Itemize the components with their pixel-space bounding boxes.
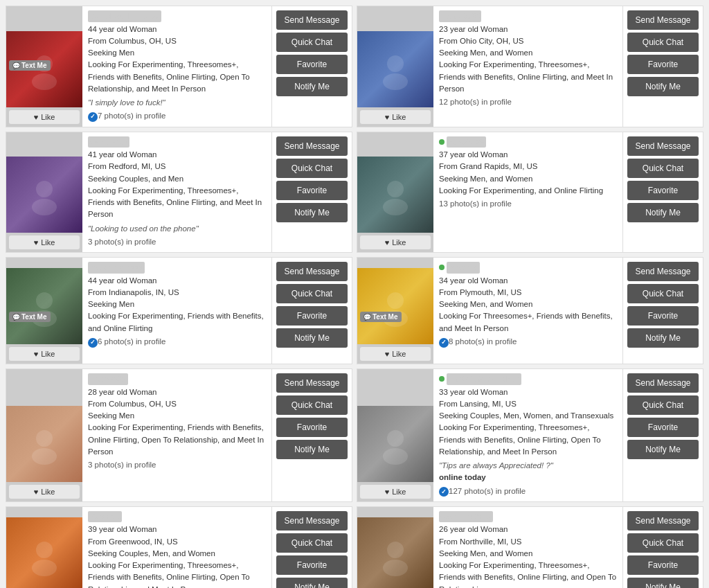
photo-image-4[interactable] (357, 157, 433, 233)
quick-chat-btn-8[interactable]: Quick Chat (627, 395, 699, 415)
profile-info-8: HotWifeSeekingFun33 year old WomanFrom L… (433, 369, 623, 501)
profile-photo-1: 💬Text Me♥ Like (6, 6, 82, 127)
svg-point-19 (383, 560, 408, 576)
send-message-btn-6[interactable]: Send Message (627, 262, 699, 281)
username-7[interactable]: tinalove29 (88, 373, 128, 385)
verified-icon-5: ✓ (88, 338, 98, 348)
send-message-btn-10[interactable]: Send Message (627, 511, 699, 531)
sms-text-me-badge-1[interactable]: 💬Text Me (9, 60, 51, 71)
quick-chat-btn-6[interactable]: Quick Chat (627, 284, 699, 303)
location-4: From Grand Rapids, MI, US (439, 161, 617, 172)
username-10[interactable]: sweetlips2019 (439, 511, 493, 523)
username-9[interactable]: Karaboo (88, 511, 122, 523)
send-message-btn-2[interactable]: Send Message (627, 10, 699, 30)
looking-for-10: Looking For Experimenting, Threesomes+, … (439, 560, 617, 588)
quick-chat-btn-3[interactable]: Quick Chat (276, 159, 348, 178)
like-button-5[interactable]: ♥ Like (9, 347, 80, 361)
like-button-7[interactable]: ♥ Like (9, 485, 80, 499)
looking-for-7: Looking For Experimenting, Friends with … (88, 422, 266, 458)
photo-image-2[interactable] (357, 31, 433, 107)
photo-image-10[interactable] (357, 517, 433, 588)
favorite-btn-9[interactable]: Favorite (276, 555, 348, 575)
quick-chat-btn-5[interactable]: Quick Chat (276, 284, 348, 303)
photo-count-8: ✓ 127 photo(s) in profile (439, 485, 617, 497)
username-4[interactable]: Funstar78 (447, 136, 486, 148)
favorite-btn-2[interactable]: Favorite (627, 55, 699, 74)
quote-8: "Tips are always Appreciated! ?" (439, 460, 617, 472)
photo-image-9[interactable] (6, 517, 82, 588)
like-button-1[interactable]: ♥ Like (9, 110, 80, 124)
like-button-6[interactable]: ♥ Like (360, 347, 431, 361)
sms-text-me-badge-6[interactable]: 💬Text Me (360, 312, 402, 322)
notify-me-btn-9[interactable]: Notify Me (276, 578, 348, 588)
username-5[interactable]: naughtygirlxxx (88, 262, 145, 274)
favorite-btn-10[interactable]: Favorite (627, 555, 699, 575)
like-button-4[interactable]: ♥ Like (360, 235, 431, 249)
looking-for-9: Looking For Experimenting, Threesomes+, … (88, 560, 266, 588)
like-button-8[interactable]: ♥ Like (360, 485, 431, 499)
like-button-2[interactable]: ♥ Like (360, 110, 431, 124)
photo-image-5[interactable] (6, 268, 82, 344)
quick-chat-btn-9[interactable]: Quick Chat (276, 533, 348, 553)
quick-chat-btn-2[interactable]: Quick Chat (627, 33, 699, 52)
notify-me-btn-5[interactable]: Notify Me (276, 328, 348, 348)
photo-image-6[interactable] (357, 268, 433, 344)
photo-image-7[interactable] (6, 406, 82, 482)
favorite-btn-5[interactable]: Favorite (276, 306, 348, 326)
profile-info-5: naughtygirlxxx44 year old WomanFrom Indi… (82, 258, 272, 364)
favorite-btn-7[interactable]: Favorite (276, 418, 348, 437)
favorite-btn-6[interactable]: Favorite (627, 306, 699, 326)
notify-me-btn-7[interactable]: Notify Me (276, 440, 348, 459)
send-message-btn-4[interactable]: Send Message (627, 136, 699, 156)
profile-photo-9: ♥ Like (6, 507, 82, 588)
send-message-btn-7[interactable]: Send Message (276, 373, 348, 393)
notify-me-btn-10[interactable]: Notify Me (627, 578, 699, 588)
seeking-2: Seeking Men, and Women (439, 47, 617, 59)
profile-info-10: sweetlips201926 year old WomanFrom North… (433, 507, 623, 588)
username-1[interactable]: DanicLadyPrincess (88, 10, 161, 22)
quick-chat-btn-7[interactable]: Quick Chat (276, 395, 348, 415)
send-message-btn-5[interactable]: Send Message (276, 262, 348, 281)
notify-me-btn-8[interactable]: Notify Me (627, 440, 699, 459)
username-6[interactable]: peach16 (447, 262, 480, 274)
notify-me-btn-2[interactable]: Notify Me (627, 77, 699, 96)
quick-chat-btn-10[interactable]: Quick Chat (627, 533, 699, 553)
favorite-btn-8[interactable]: Favorite (627, 418, 699, 437)
age-gender-5: 44 year old Woman (88, 275, 266, 287)
username-8[interactable]: HotWifeSeekingFun (447, 373, 521, 385)
username-3[interactable]: amyluv455 (88, 136, 129, 148)
sms-text-me-badge-5[interactable]: 💬Text Me (9, 312, 51, 322)
favorite-btn-4[interactable]: Favorite (627, 181, 699, 200)
seeking-10: Seeking Men, and Women (439, 548, 617, 560)
notify-me-btn-1[interactable]: Notify Me (276, 77, 348, 96)
quick-chat-btn-4[interactable]: Quick Chat (627, 159, 699, 178)
profile-card-1: 💬Text Me♥ LikeDanicLadyPrincess44 year o… (6, 6, 352, 127)
photo-image-3[interactable] (6, 157, 82, 233)
seeking-4: Seeking Men, and Women (439, 173, 617, 185)
verified-icon-1: ✓ (88, 112, 98, 122)
location-10: From Northville, MI, US (439, 536, 617, 548)
send-message-btn-9[interactable]: Send Message (276, 511, 348, 531)
favorite-btn-1[interactable]: Favorite (276, 55, 348, 74)
age-gender-10: 26 year old Woman (439, 524, 617, 535)
profile-actions-2: Send MessageQuick ChatFavoriteNotify Me (623, 6, 703, 127)
notify-me-btn-4[interactable]: Notify Me (627, 203, 699, 222)
profile-actions-7: Send MessageQuick ChatFavoriteNotify Me (272, 369, 352, 501)
username-2[interactable]: nicolette68 (439, 10, 481, 22)
notify-me-btn-6[interactable]: Notify Me (627, 328, 699, 348)
profile-info-6: peach1634 year old WomanFrom Plymouth, M… (433, 258, 623, 364)
like-button-3[interactable]: ♥ Like (9, 235, 80, 249)
profile-card-5: 💬Text Me♥ Likenaughtygirlxxx44 year old … (6, 257, 352, 364)
svg-point-3 (383, 73, 408, 90)
favorite-btn-3[interactable]: Favorite (276, 181, 348, 200)
quick-chat-btn-1[interactable]: Quick Chat (276, 33, 348, 52)
send-message-btn-3[interactable]: Send Message (276, 136, 348, 156)
send-message-btn-1[interactable]: Send Message (276, 10, 348, 30)
seeking-7: Seeking Men (88, 410, 266, 422)
photo-image-8[interactable] (357, 406, 433, 482)
notify-me-btn-3[interactable]: Notify Me (276, 203, 348, 222)
quote-1: "I simply love to fuck!" (88, 97, 266, 109)
svg-point-13 (32, 448, 57, 465)
send-message-btn-8[interactable]: Send Message (627, 373, 699, 393)
profile-photo-10: ♥ Like (357, 507, 433, 588)
